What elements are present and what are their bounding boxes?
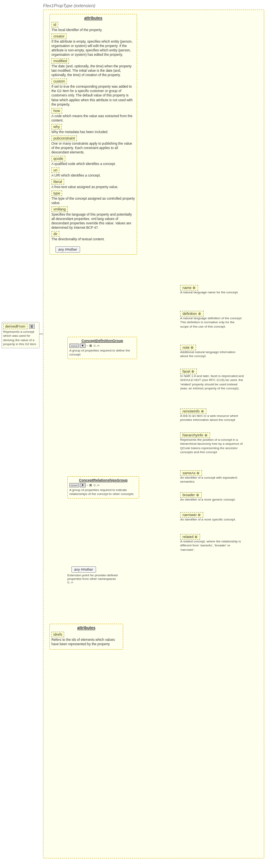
node-related-group: related ⊕ A related concept, where the r… <box>180 534 260 552</box>
main-container: attributes id The local identifier of th… <box>43 10 264 858</box>
connector-seq2: —— <box>69 483 79 487</box>
field-idrefs-desc: Refers to the ids of elements which valu… <box>51 638 121 646</box>
node-facet-label: facet ⊕ <box>180 369 197 374</box>
field-modified-label: modified <box>51 58 69 64</box>
derived-from-box: derivedFrom ⊞ Represents a concept which… <box>2 322 39 348</box>
node-note-group: note ⊕ Additional natural language infor… <box>180 345 260 359</box>
field-type: type The type of the concept assigned as… <box>51 190 135 205</box>
field-pubconstraint-label: pubconstraint <box>51 136 77 141</box>
concept-def-group-desc: A group of properties required to define… <box>69 349 135 357</box>
field-pubconstraint-desc: One or many constraints apply to publish… <box>51 141 135 155</box>
bottom-any-other-container: any ##other Extension point for provider… <box>67 564 131 584</box>
node-sameas-label: sameAs ⊕ <box>180 470 202 476</box>
field-type-label: type <box>51 190 62 196</box>
concept-rel-group-desc: A group of properties required to indica… <box>69 488 137 497</box>
diagram-container: Flex1PropType (extension) attributes id … <box>0 0 273 868</box>
node-hierarchyinfo-desc: Represents the position of a concept in … <box>180 438 244 455</box>
field-xmllang: xmllang Specifies the language of this p… <box>51 206 135 230</box>
field-how: how A code which means the value was ext… <box>51 108 135 123</box>
field-id-desc: The local identifier of the property. <box>51 28 135 32</box>
bottom-attributes-box: attributes idrefs Refers to the ids of e… <box>49 624 123 650</box>
derived-from-desc: Represents a concept which was used for … <box>3 330 38 347</box>
connector-seq: —— <box>69 344 79 348</box>
node-hierarchyinfo-label: hierarchyInfo ⊕ <box>180 432 210 438</box>
field-idrefs: idrefs Refers to the ids of elements whi… <box>51 632 121 646</box>
attributes-box-top: attributes id The local identifier of th… <box>49 14 137 255</box>
field-creator-desc: If the attribute is empty, specifies whi… <box>51 39 135 57</box>
any-other-box-top: any ##other <box>55 246 80 253</box>
field-qcode-label: qcode <box>51 156 65 161</box>
node-facet-desc: In NAR 1.8 and later, facet is deprecate… <box>180 374 244 391</box>
node-note-desc: Additional natural language information … <box>180 350 244 359</box>
field-custom: custom If set to true the corresponding … <box>51 79 135 106</box>
field-literal-label: literal <box>51 179 64 185</box>
field-how-desc: A code which means the value was extract… <box>51 114 135 123</box>
node-remoteinfo-desc: A link to an item or a web resource whic… <box>180 414 244 422</box>
concept-def-mult: 0..∞ <box>94 344 100 348</box>
node-definition-group: definition ⊕ A natural language definiti… <box>180 311 260 329</box>
node-hierarchyinfo-group: hierarchyInfo ⊕ Represents the position … <box>180 432 260 455</box>
concept-rel-group-title: ConceptRelationshipsGroup <box>69 478 137 482</box>
field-xmllang-label: xmllang <box>51 206 68 212</box>
node-sameas-desc: An identifier of a concept with equivale… <box>180 476 244 484</box>
node-sameas-group: sameAs ⊕ An identifier of a concept with… <box>180 470 260 484</box>
node-facet-group: facet ⊕ In NAR 1.8 and later, facet is d… <box>180 369 260 391</box>
node-name-group: name ⊕ A natural language name for the c… <box>180 285 260 295</box>
node-narrower-label: narrower ⊕ <box>180 512 203 518</box>
derived-from-label: derivedFrom <box>3 324 27 329</box>
node-definition-label: definition ⊕ <box>180 311 204 316</box>
diagram-title: Flex1PropType (extension) <box>43 3 95 8</box>
any-other-box-bottom: any ##other <box>71 566 96 573</box>
node-broader-desc: An identifier of a more generic concept. <box>180 498 244 502</box>
field-creator: creator If the attribute is empty, speci… <box>51 33 135 57</box>
field-modified: modified The date (and, optionally, the … <box>51 58 135 77</box>
node-broader-group: broader ⊕ An identifier of a more generi… <box>180 492 260 502</box>
field-id: id The local identifier of the property. <box>51 22 135 32</box>
bottom-attributes-title: attributes <box>51 626 121 630</box>
concept-rel-connectors: —— ✦ ~ ⊞ 0..∞ <box>69 483 137 487</box>
node-definition-desc: A natural language definition of the con… <box>180 316 244 329</box>
field-qcode: qcode A qualified code which identifies … <box>51 156 135 166</box>
field-pubconstraint: pubconstraint One or many constraints ap… <box>51 136 135 155</box>
connector-choice: ✦ <box>80 344 86 348</box>
node-related-label: related ⊕ <box>180 534 200 540</box>
field-qcode-desc: A qualified code which identifies a conc… <box>51 162 135 166</box>
field-why-desc: Why the metadata has been included. <box>51 130 135 134</box>
connector-mult2: ~ ⊞ <box>86 483 92 487</box>
node-remoteinfo-label: remoteInfo ⊕ <box>180 408 206 414</box>
derived-from-label-wrap: derivedFrom ⊞ <box>3 324 38 329</box>
derived-from-icon: ⊞ <box>29 324 35 329</box>
field-id-label: id <box>51 22 58 27</box>
concept-def-connectors: —— ✦ ~ ⊞ 0..∞ <box>69 344 135 348</box>
node-name-desc: A natural language name for the concept. <box>180 291 244 295</box>
concept-rel-mult: 0..∞ <box>94 483 100 487</box>
node-name-label: name ⊕ <box>180 285 198 291</box>
any-other-top: any ##other <box>51 244 135 253</box>
any-other-mult: 0..∞ <box>67 581 131 584</box>
field-literal: literal A free-text value assigned as pr… <box>51 179 135 189</box>
field-why: why Why the metadata has been included. <box>51 124 135 134</box>
attributes-box-title: attributes <box>51 16 135 20</box>
any-other-desc: Extension point for provider-defined pro… <box>67 573 131 581</box>
node-narrower-group: narrower ⊕ An identifier of a more speci… <box>180 512 260 522</box>
field-xmllang-desc: Specifies the language of this property … <box>51 212 135 230</box>
field-type-desc: The type of the concept assigned as cont… <box>51 196 135 205</box>
field-creator-label: creator <box>51 33 67 39</box>
field-modified-desc: The date (and, optionally, the time) whe… <box>51 64 135 77</box>
node-related-desc: A related concept, where the relationshi… <box>180 540 244 552</box>
field-custom-desc: If set to true the corresponding propert… <box>51 84 135 106</box>
field-dir: dir The directionality of textual conten… <box>51 231 135 242</box>
node-remoteinfo-group: remoteInfo ⊕ A link to an item or a web … <box>180 408 260 422</box>
field-uri-desc: A URI which identifies a concept. <box>51 173 135 178</box>
field-uri-label: uri <box>51 167 59 173</box>
field-custom-label: custom <box>51 79 67 84</box>
field-literal-desc: A free-text value assigned as property v… <box>51 185 135 189</box>
field-uri: uri A URI which identifies a concept. <box>51 167 135 178</box>
field-dir-label: dir <box>51 231 59 237</box>
node-note-label: note ⊕ <box>180 345 196 350</box>
connector-mult: ~ ⊞ <box>86 344 92 348</box>
field-dir-desc: The directionality of textual content. <box>51 237 135 242</box>
concept-def-group-title: ConceptDefinitionGroup <box>69 339 135 343</box>
field-how-label: how <box>51 108 62 114</box>
node-broader-label: broader ⊕ <box>180 492 202 498</box>
